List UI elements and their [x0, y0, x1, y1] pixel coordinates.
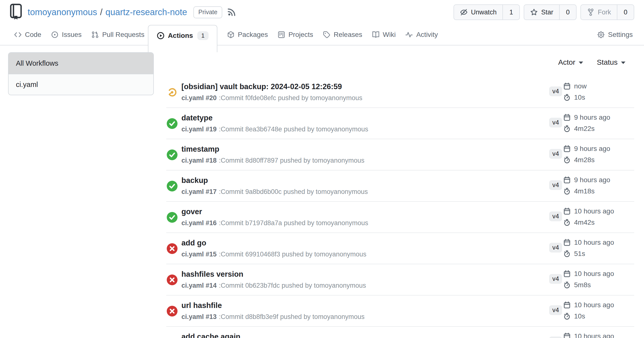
run-duration-text: 4m28s [574, 156, 594, 164]
workflow-run-row: add cache again v4 10 hours ago [166, 327, 634, 338]
run-workflow-ref: ci.yaml #14 [182, 282, 216, 289]
run-title-link[interactable]: gover [182, 207, 202, 216]
tab-issues[interactable]: Issues [51, 24, 82, 45]
run-title-link[interactable]: backup [182, 176, 208, 185]
repo-forked-icon [587, 8, 594, 16]
repo-owner-link[interactable]: tomoyanonymous [28, 7, 97, 17]
repo-action-buttons: Unwatch 1 Star 0 [454, 4, 634, 20]
calendar-icon [563, 239, 571, 246]
calendar-icon [563, 83, 571, 90]
tab-code[interactable]: Code [14, 24, 41, 45]
pulse-icon [405, 31, 413, 38]
run-title-link[interactable]: url hashfile [182, 301, 222, 310]
tab-packages[interactable]: Packages [227, 24, 268, 45]
run-time-line: 9 hours ago [563, 112, 610, 123]
run-time-line: now [563, 81, 586, 92]
stopwatch-icon [563, 313, 571, 320]
run-duration-line: 4m42s [563, 217, 614, 228]
issue-opened-icon [51, 31, 58, 38]
fork-count[interactable]: 0 [617, 5, 634, 19]
tab-pull-requests[interactable]: Pull Requests [92, 24, 144, 45]
run-title-link[interactable]: datetype [182, 113, 212, 123]
star-count[interactable]: 0 [559, 5, 576, 19]
stopwatch-icon [563, 156, 571, 164]
run-time-text: now [574, 82, 586, 90]
run-workflow-ref: ci.yaml #13 [182, 313, 216, 321]
chevron-down-icon [579, 62, 583, 64]
run-title-link[interactable]: timestamp [182, 145, 219, 154]
calendar-icon [563, 333, 571, 338]
run-meta: 9 hours ago 4m18s [563, 174, 610, 197]
repo-name-link[interactable]: quartz-research-note [106, 7, 187, 17]
run-workflow-ref: ci.yaml #16 [182, 219, 216, 227]
run-time-line: 10 hours ago [563, 331, 614, 338]
book-icon [372, 31, 380, 38]
sidebar-item-ci-yaml[interactable]: ci.yaml [8, 74, 153, 95]
star-button[interactable]: Star [524, 5, 559, 19]
run-workflow-ref: ci.yaml #19 [182, 126, 216, 133]
workflows-sidebar: All Workflows ci.yaml [8, 52, 154, 95]
run-subtitle: ci.yaml #19:Commit 8ea3b6748e pushed by … [182, 125, 368, 133]
run-duration-line: 4m18s [563, 186, 610, 197]
run-duration-text: 5m8s [574, 281, 591, 289]
watch-count[interactable]: 1 [502, 5, 519, 19]
run-title-link[interactable]: add cache again [182, 332, 240, 338]
workflow-run-row: timestamp ci.yaml #18:Commit 8d80ff7897 … [166, 139, 634, 170]
run-status-icon [167, 212, 178, 223]
actor-filter-dropdown[interactable]: Actor [558, 58, 583, 67]
run-status-icon [167, 243, 178, 254]
run-title-link[interactable]: add go [182, 238, 206, 248]
runner-version-badge: v4 [549, 243, 562, 253]
tab-activity[interactable]: Activity [405, 24, 438, 45]
run-status-icon [167, 181, 178, 191]
run-duration-text: 4m42s [574, 219, 594, 226]
run-commit-text: :Commit 9a8bd6b00c pushed by tomoyanonym… [219, 188, 368, 195]
run-meta: now 10s [563, 81, 586, 103]
calendar-icon [563, 270, 571, 277]
run-time-text: 10 hours ago [574, 207, 614, 215]
stopwatch-icon [563, 281, 571, 289]
gear-icon [597, 31, 605, 38]
calendar-icon [563, 208, 571, 215]
run-commit-text: :Commit b7197d8a7a pushed by tomoyanonym… [219, 219, 368, 227]
sidebar-item-all-workflows[interactable]: All Workflows [8, 53, 153, 74]
run-title-link[interactable]: [obsidian] vault backup: 2024-02-05 12:2… [182, 82, 342, 91]
star-button-group: Star 0 [524, 4, 576, 20]
run-title-link[interactable]: hashfiles version [182, 270, 243, 279]
tab-settings[interactable]: Settings [597, 24, 633, 45]
run-duration-text: 10s [574, 94, 585, 101]
status-filter-dropdown[interactable]: Status [597, 58, 626, 67]
tab-projects[interactable]: Projects [278, 24, 313, 45]
run-commit-text: :Commit 69910468f3 pushed by tomoyanonym… [219, 251, 366, 258]
run-meta: 9 hours ago 4m28s [563, 143, 610, 166]
fork-button-group: Fork 0 [580, 4, 634, 20]
rss-feed-icon[interactable] [227, 8, 236, 17]
calendar-icon [563, 145, 571, 152]
runner-version-badge: v4 [549, 211, 562, 221]
calendar-icon [563, 114, 571, 121]
run-meta: 10 hours ago 5m8s [563, 268, 614, 291]
run-subtitle: ci.yaml #20:Commit f0fde08efc pushed by … [182, 94, 362, 102]
tabnav-border [0, 45, 644, 45]
run-status-icon [167, 150, 178, 160]
run-subtitle: ci.yaml #18:Commit 8d80ff7897 pushed by … [182, 156, 364, 165]
runner-version-badge: v4 [549, 118, 562, 128]
run-duration-line: 10s [563, 311, 614, 322]
run-status-icon [167, 87, 178, 98]
fork-button[interactable]: Fork [581, 5, 617, 19]
unwatch-button[interactable]: Unwatch [454, 5, 502, 19]
tab-actions[interactable]: Actions 1 [148, 25, 217, 52]
code-icon [14, 31, 22, 38]
run-subtitle: ci.yaml #13:Commit d8b8fb3e9f pushed by … [182, 313, 364, 321]
repo-header: tomoyanonymous / quartz-research-note Pr… [0, 0, 644, 22]
run-duration-line: 4m28s [563, 154, 610, 166]
tab-wiki[interactable]: Wiki [372, 24, 396, 45]
run-workflow-ref: ci.yaml #18 [182, 157, 216, 164]
breadcrumb: tomoyanonymous / quartz-research-note [28, 7, 187, 17]
run-workflow-ref: ci.yaml #20 [182, 94, 216, 102]
run-duration-text: 4m18s [574, 187, 594, 195]
run-time-line: 10 hours ago [563, 206, 614, 217]
tab-releases[interactable]: Releases [323, 24, 362, 45]
repo-tabnav: Code Issues Pull Requests [0, 24, 644, 52]
chevron-down-icon [621, 62, 626, 64]
